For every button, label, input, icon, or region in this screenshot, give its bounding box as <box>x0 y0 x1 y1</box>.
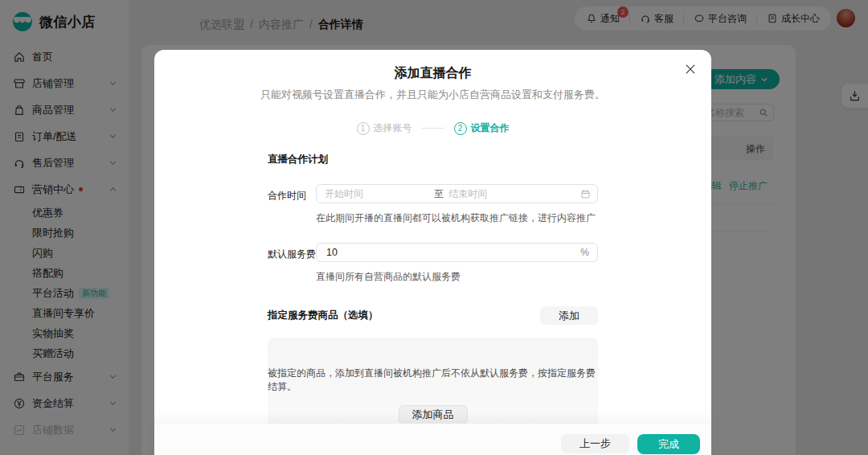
add-product-button[interactable]: 添加商品 <box>399 405 468 424</box>
plan-section-title: 直播合作计划 <box>268 153 598 166</box>
default-fee-help: 直播间所有自营商品的默认服务费 <box>316 270 598 284</box>
to-text: 至 <box>434 187 444 201</box>
start-time-placeholder[interactable]: 开始时间 <box>325 187 434 201</box>
step-2-label: 设置合作 <box>471 121 510 135</box>
app-screen: 微信小店 首页店铺管理商品管理订单/配送售后管理营销中心优惠券限时抢购闪购搭配购… <box>0 0 868 455</box>
step-1-label: 选择账号 <box>374 121 412 135</box>
previous-step-button[interactable]: 上一步 <box>561 434 629 453</box>
modal-subtitle: 只能对视频号设置直播合作，并且只能为小店自营商品设置和支付服务费。 <box>154 88 711 102</box>
step-connector <box>422 128 444 129</box>
percent-unit: % <box>580 247 589 258</box>
default-fee-label: 默认服务费 <box>268 243 316 284</box>
calendar-icon <box>580 189 591 199</box>
step-1-circle: 1 <box>357 122 370 135</box>
modal-title: 添加直播合作 <box>154 65 711 82</box>
add-live-coop-modal: 添加直播合作 只能对视频号设置直播合作，并且只能为小店自营商品设置和支付服务费。… <box>154 50 711 455</box>
step-indicator: 1 选择账号 2 设置合作 <box>154 121 711 135</box>
default-fee-input[interactable]: % <box>316 243 598 262</box>
panel-description: 被指定的商品，添加到直播间被机构推广后不依从默认服务费，按指定服务费结算。 <box>268 367 598 394</box>
close-icon <box>685 64 696 75</box>
fee-value-field[interactable] <box>325 246 580 259</box>
add-button[interactable]: 添加 <box>540 306 598 325</box>
step-set-cooperation: 2 设置合作 <box>454 121 510 135</box>
done-button[interactable]: 完成 <box>637 434 700 454</box>
end-time-placeholder[interactable]: 结束时间 <box>448 187 580 201</box>
coop-time-label: 合作时间 <box>268 184 316 225</box>
step-select-account: 1 选择账号 <box>357 121 412 135</box>
close-button[interactable] <box>682 61 698 77</box>
modal-footer: 上一步 完成 <box>154 424 711 455</box>
step-2-circle: 2 <box>454 122 467 135</box>
coop-time-help: 在此期间开播的直播间都可以被机构获取推广链接，进行内容推广 <box>316 211 598 225</box>
date-range-input[interactable]: 开始时间 至 结束时间 <box>316 184 598 203</box>
specified-fee-section-title: 指定服务费商品（选填） <box>268 309 379 322</box>
